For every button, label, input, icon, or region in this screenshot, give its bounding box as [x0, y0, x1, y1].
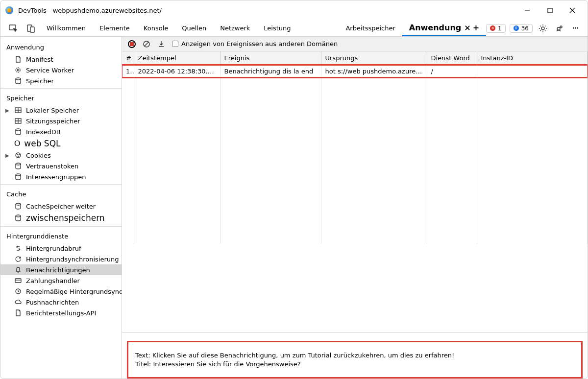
svg-point-9 — [560, 26, 562, 28]
cloud-icon — [14, 298, 22, 306]
svg-line-31 — [145, 42, 148, 46]
table-row[interactable]: 1 2022-04-06 12:38:30.8… Benachrichtigun… — [122, 65, 588, 78]
tab-arbeitsspeicher[interactable]: Arbeitsspeicher — [339, 20, 402, 36]
database-icon — [14, 77, 22, 85]
sidebar-item-speicher[interactable]: Speicher — [0, 75, 122, 86]
sync-arrows-icon — [14, 244, 22, 252]
col-number[interactable]: # — [122, 51, 134, 65]
close-button[interactable] — [561, 2, 584, 18]
col-instanz-id[interactable]: Instanz-ID — [477, 51, 588, 65]
svg-point-22 — [18, 156, 18, 156]
svg-point-18 — [16, 129, 21, 131]
cell-event: Benachrichtigung dis la end — [220, 65, 321, 78]
svg-rect-27 — [15, 279, 21, 283]
chevron-right-icon: ▶ — [5, 108, 10, 113]
checkbox-input[interactable] — [172, 41, 178, 47]
device-toolbar-icon[interactable] — [22, 20, 40, 36]
col-ereignis[interactable]: Ereignis — [220, 51, 321, 65]
devtools-window: DevTools - webpushdemo.azurewebsites.net… — [0, 0, 588, 379]
detail-text: Text: Klicken Sie auf diese Benachrichti… — [135, 352, 574, 359]
section-cache: Cache — [0, 187, 122, 201]
feedback-icon[interactable] — [553, 22, 566, 35]
sidebar-item-cookies[interactable]: ▶Cookies — [0, 150, 122, 161]
main-panel: Anzeigen von Ereignissen aus anderen Dom… — [122, 37, 588, 379]
sidebar-item-zahlungshandler[interactable]: Zahlungshandler — [0, 275, 122, 286]
sidebar-item-sitzungsspeicher[interactable]: Sitzungsspeicher — [0, 116, 122, 126]
svg-point-23 — [16, 163, 21, 165]
inspect-element-icon[interactable] — [4, 20, 22, 36]
minimize-button[interactable] — [516, 2, 539, 18]
window-title: DevTools - webpushdemo.azurewebsites.net… — [18, 7, 162, 14]
sidebar-item-interessengruppen[interactable]: Interessengruppen — [0, 171, 122, 182]
svg-rect-1 — [548, 8, 552, 13]
col-dienst-word[interactable]: Dienst Word — [427, 51, 477, 65]
svg-point-21 — [19, 154, 19, 155]
tab-quellen[interactable]: Quellen — [175, 20, 213, 36]
sidebar-item-pushnachrichten[interactable]: Pushnachrichten — [0, 297, 122, 308]
settings-gear-icon[interactable] — [537, 22, 549, 35]
sidebar-item-manifest[interactable]: Manifest — [0, 54, 122, 65]
app-icon — [5, 6, 13, 14]
document-icon — [14, 55, 22, 63]
svg-point-25 — [16, 203, 21, 205]
cell-service-worker: / — [427, 65, 477, 78]
sidebar-item-periodic-sync[interactable]: Regelmäßige Hintergrundsynchronisierung — [0, 286, 122, 297]
sidebar-item-vertrauenstoken[interactable]: Vertrauenstoken — [0, 161, 122, 171]
refresh-icon — [14, 255, 22, 263]
sidebar-item-hintergrundsync[interactable]: Hintergrundsynchronisierung — [0, 254, 122, 264]
svg-point-20 — [17, 154, 17, 154]
gear-icon — [14, 66, 22, 74]
credit-card-icon — [14, 277, 22, 284]
sidebar-item-hintergrundabruf[interactable]: Hintergrundabruf — [0, 243, 122, 254]
download-button[interactable] — [157, 40, 165, 48]
tab-konsole[interactable]: Konsole — [137, 20, 175, 36]
events-table: # Zeitstempel Ereignis Ursprungs Dienst … — [122, 51, 588, 244]
database-icon — [14, 214, 22, 222]
bell-icon — [14, 266, 22, 274]
svg-point-24 — [16, 174, 21, 176]
more-menu-icon[interactable]: ⋯ — [570, 22, 583, 35]
sidebar-item-benachrichtigungen[interactable]: Benachrichtigungen — [0, 264, 122, 275]
section-hintergrunddienste: Hintergrunddienste — [0, 229, 122, 243]
sidebar-item-websql[interactable]: Oweb SQL — [0, 137, 122, 150]
section-anwendung: Anwendung — [0, 40, 122, 54]
close-tab-icon[interactable]: × — [464, 23, 470, 32]
titlebar: DevTools - webpushdemo.azurewebsites.net… — [0, 0, 588, 20]
table-icon — [14, 106, 22, 114]
col-ursprungs[interactable]: Ursprungs — [321, 51, 427, 65]
col-zeitstempel[interactable]: Zeitstempel — [134, 51, 220, 65]
events-toolbar: Anzeigen von Ereignissen aus anderen Dom… — [122, 37, 588, 51]
sidebar-item-zwischenspeichern[interactable]: zwischenspeichern — [0, 212, 122, 224]
sidebar: Anwendung Manifest Service Worker Speich… — [0, 37, 122, 379]
sidebar-item-indexeddb[interactable]: IndexedDB — [0, 126, 122, 137]
document-icon — [14, 309, 22, 317]
sidebar-item-lokaler-speicher[interactable]: ▶Lokaler Speicher — [0, 105, 122, 116]
database-icon — [14, 128, 22, 136]
tabs-row: Willkommen Elemente Konsole Quellen Netz… — [0, 20, 588, 37]
svg-point-19 — [16, 153, 21, 158]
events-table-wrap: # Zeitstempel Ereignis Ursprungs Dienst … — [122, 51, 588, 333]
record-button[interactable] — [128, 40, 136, 48]
tab-netzwerk[interactable]: Netzwerk — [213, 20, 257, 36]
sidebar-item-service-worker[interactable]: Service Worker — [0, 65, 122, 75]
cell-number: 1 — [122, 65, 134, 78]
other-domains-checkbox[interactable]: Anzeigen von Ereignissen aus anderen Dom… — [172, 40, 338, 47]
tab-anwendung[interactable]: Anwendung×+ — [402, 20, 486, 36]
cell-instance-id — [477, 65, 588, 78]
table-header-row: # Zeitstempel Ereignis Ursprungs Dienst … — [122, 51, 588, 65]
clock-icon — [14, 287, 22, 295]
tab-elemente[interactable]: Elemente — [93, 20, 137, 36]
tab-leistung[interactable]: Leistung — [257, 20, 297, 36]
svg-point-26 — [16, 215, 21, 217]
svg-point-7 — [541, 27, 544, 30]
database-icon — [14, 173, 22, 181]
table-icon — [14, 117, 22, 125]
sidebar-item-reporting-api[interactable]: Berichterstellungs-API — [0, 308, 122, 318]
sidebar-item-cachespeicher[interactable]: CacheSpeicher weiter — [0, 201, 122, 212]
maximize-button[interactable] — [539, 2, 561, 18]
clear-button[interactable] — [143, 40, 150, 48]
error-badge[interactable]: ✕1 — [486, 24, 506, 33]
info-badge[interactable]: i36 — [510, 24, 533, 33]
tab-willkommen[interactable]: Willkommen — [40, 20, 93, 36]
event-details: Text: Klicken Sie auf diese Benachrichti… — [127, 341, 583, 379]
